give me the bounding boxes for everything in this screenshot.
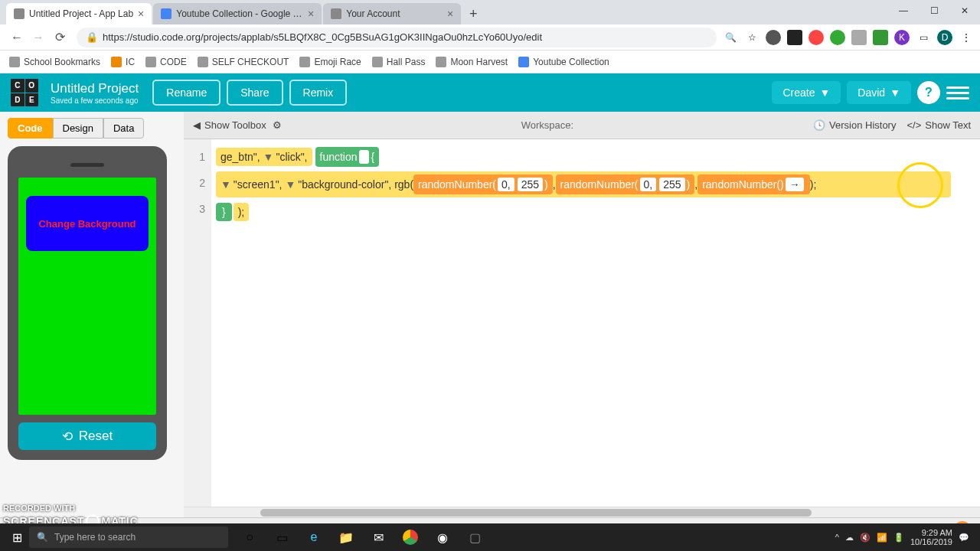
tab-code[interactable]: Code bbox=[8, 118, 53, 139]
bookmark[interactable]: SELF CHECKOUT bbox=[198, 57, 289, 67]
close-icon[interactable]: × bbox=[138, 8, 144, 20]
version-history-button[interactable]: 🕓Version History bbox=[813, 119, 896, 131]
app-icon[interactable]: ▢ bbox=[461, 526, 488, 549]
wifi-icon[interactable]: 📶 bbox=[877, 533, 887, 543]
zoom-icon[interactable]: 🔍 bbox=[723, 30, 738, 45]
new-tab-button[interactable]: + bbox=[462, 3, 484, 24]
tab-data[interactable]: Data bbox=[103, 118, 144, 139]
scrollbar-thumb[interactable] bbox=[260, 509, 812, 517]
mail-icon[interactable]: ✉ bbox=[364, 526, 392, 549]
app-icon[interactable]: ◉ bbox=[429, 526, 456, 549]
close-icon[interactable]: × bbox=[308, 8, 314, 20]
rename-button[interactable]: Rename bbox=[152, 80, 220, 106]
url-input[interactable]: 🔒 https://studio.code.org/projects/appla… bbox=[77, 28, 717, 47]
browser-tab[interactable]: Your Account × bbox=[323, 3, 461, 24]
horizontal-scrollbar[interactable] bbox=[184, 507, 980, 517]
ext-icon[interactable]: K bbox=[894, 30, 910, 45]
code-line-3[interactable]: } ); bbox=[216, 199, 975, 225]
bookmark[interactable]: Hall Pass bbox=[372, 57, 426, 67]
forward-button[interactable]: → bbox=[28, 27, 49, 48]
addr-extension-icons: 🔍 ☆ K ▭ D ⋮ bbox=[723, 30, 974, 45]
menu-icon[interactable]: ⋮ bbox=[959, 30, 974, 45]
back-button[interactable]: ← bbox=[6, 27, 28, 48]
close-window-button[interactable]: ✕ bbox=[949, 0, 980, 21]
cortana-icon[interactable]: ○ bbox=[236, 526, 263, 549]
start-button[interactable]: ⊞ bbox=[5, 525, 29, 549]
clock[interactable]: 9:29 AM 10/16/2019 bbox=[910, 528, 952, 546]
tab-design[interactable]: Design bbox=[53, 118, 103, 139]
browser-tab[interactable]: Youtube Collection - Google Do × bbox=[153, 3, 322, 24]
hamburger-menu-icon[interactable] bbox=[946, 81, 969, 104]
cast-icon[interactable]: ▭ bbox=[916, 30, 931, 45]
arg-pill[interactable]: 0, bbox=[498, 178, 514, 191]
close-icon[interactable]: × bbox=[447, 8, 453, 20]
close-block[interactable]: ); bbox=[234, 203, 250, 221]
edge-icon[interactable]: e bbox=[300, 526, 328, 549]
code-org-logo[interactable]: C O D E bbox=[11, 79, 38, 106]
ext-icon[interactable] bbox=[851, 30, 867, 45]
battery-icon[interactable]: 🔋 bbox=[893, 533, 904, 543]
close-brace-block[interactable]: } bbox=[216, 203, 232, 221]
profile-icon[interactable]: D bbox=[937, 30, 952, 45]
ext-icon[interactable] bbox=[830, 30, 845, 45]
bookmark[interactable]: Moon Harvest bbox=[436, 57, 508, 67]
browser-tab-active[interactable]: Untitled Project - App Lab × bbox=[6, 3, 152, 24]
dropdown-arrow-icon[interactable]: ▼ bbox=[285, 178, 296, 191]
notifications-icon[interactable]: 💬 bbox=[959, 533, 969, 543]
explorer-icon[interactable]: 📁 bbox=[332, 526, 360, 549]
code-editor[interactable]: 1 2 3 ge_btn", ▼ "click", function { bbox=[184, 139, 980, 507]
ext-icon[interactable] bbox=[787, 30, 802, 45]
bookmark-label: Hall Pass bbox=[387, 57, 426, 67]
chrome-icon[interactable] bbox=[397, 526, 424, 549]
dropdown-arrow-icon[interactable]: ▼ bbox=[220, 178, 231, 191]
taskbar-search[interactable]: 🔍 Type here to search bbox=[29, 527, 228, 548]
reload-button[interactable]: ⟳ bbox=[49, 27, 70, 48]
bookmark[interactable]: Youtube Collection bbox=[518, 57, 609, 67]
app-screen[interactable]: Change Background bbox=[18, 178, 156, 415]
bookmark[interactable]: CODE bbox=[145, 57, 187, 67]
setproperty-block[interactable]: ▼ "screen1", ▼ "background-color", rgb( … bbox=[216, 171, 951, 197]
help-button[interactable]: ? bbox=[917, 81, 940, 104]
function-block[interactable]: function { bbox=[315, 147, 380, 167]
bookmark[interactable]: Emoji Race bbox=[299, 57, 361, 67]
maximize-button[interactable]: ☐ bbox=[919, 0, 949, 21]
bookmark[interactable]: School Bookmarks bbox=[9, 57, 100, 67]
show-text-label: Show Text bbox=[925, 119, 971, 131]
bookmark-icon bbox=[145, 57, 156, 67]
minimize-button[interactable]: — bbox=[888, 0, 919, 21]
arg-pill[interactable]: 255 bbox=[518, 178, 543, 191]
random-number-block[interactable]: randomNumber( 0, 255 ) bbox=[556, 174, 695, 194]
left-panel: Code Design Data Change Background ⟲ Res… bbox=[0, 112, 184, 517]
dropdown-arrow-icon[interactable]: ▼ bbox=[263, 151, 274, 163]
arg-pill[interactable]: 255 bbox=[659, 178, 684, 191]
user-dropdown[interactable]: David▼ bbox=[847, 81, 911, 104]
tray-icon[interactable]: ☁ bbox=[845, 533, 854, 543]
ext-icon[interactable] bbox=[873, 30, 888, 45]
show-text-button[interactable]: </>Show Text bbox=[906, 119, 971, 131]
chevron-down-icon: ▼ bbox=[890, 86, 900, 99]
code-line-1[interactable]: ge_btn", ▼ "click", function { bbox=[216, 144, 975, 170]
event-block[interactable]: ge_btn", ▼ "click", bbox=[216, 148, 312, 166]
param-pill[interactable] bbox=[359, 150, 370, 164]
ext-icon[interactable] bbox=[808, 30, 824, 45]
tray-icon[interactable]: 🔇 bbox=[860, 533, 871, 543]
create-dropdown[interactable]: Create▼ bbox=[772, 81, 841, 104]
random-number-block[interactable]: randomNumber( 0, 255 ) bbox=[413, 174, 553, 194]
change-background-button[interactable]: Change Background bbox=[26, 196, 149, 251]
bookmark[interactable]: IC bbox=[111, 57, 135, 67]
ext-icon[interactable] bbox=[766, 30, 781, 45]
remix-button[interactable]: Remix bbox=[289, 80, 348, 106]
gear-icon[interactable]: ⚙ bbox=[273, 119, 282, 131]
taskbar-apps: ○ ▭ e 📁 ✉ ◉ ▢ bbox=[236, 526, 488, 549]
tray-up-icon[interactable]: ^ bbox=[835, 533, 839, 542]
arg-pill[interactable]: → bbox=[786, 178, 804, 191]
reset-button[interactable]: ⟲ Reset bbox=[18, 422, 156, 450]
share-button[interactable]: Share bbox=[227, 80, 283, 106]
arg-pill[interactable]: 0, bbox=[640, 178, 657, 191]
bookmark-icon bbox=[436, 57, 446, 67]
random-number-block[interactable]: randomNumber() → bbox=[697, 174, 810, 194]
star-icon[interactable]: ☆ bbox=[744, 30, 760, 45]
show-toolbox-button[interactable]: ◀Show Toolbox bbox=[193, 119, 266, 131]
code-line-2[interactable]: ▼ "screen1", ▼ "background-color", rgb( … bbox=[216, 171, 975, 197]
taskview-icon[interactable]: ▭ bbox=[268, 526, 296, 549]
